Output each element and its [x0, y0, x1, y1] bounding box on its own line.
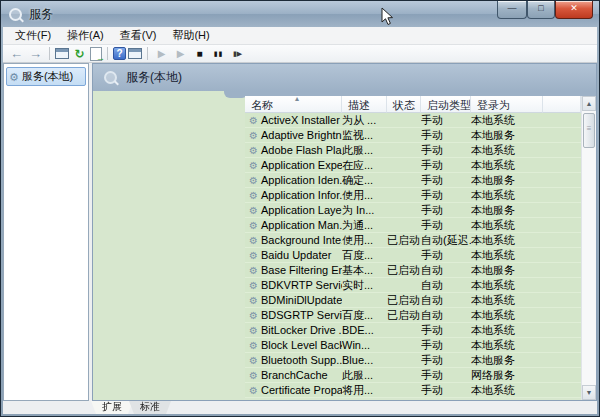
service-name: Background Inte... [261, 234, 342, 246]
table-row[interactable]: ⚙ Application Infor... 使用... 手动 本地系统 [245, 188, 581, 203]
tree-item-services-local[interactable]: ⚙ 服务(本地) [6, 67, 86, 86]
scroll-down-icon[interactable]: ▼ [582, 385, 596, 400]
service-description: 百度... [342, 248, 387, 263]
service-startup-type: 手动 [421, 383, 471, 398]
service-description: 使用... [342, 188, 387, 203]
scrollbar-thumb[interactable]: ≡ [583, 113, 595, 148]
services-node-icon: ⚙ [9, 72, 19, 82]
table-row[interactable]: ⚙ Background Inte... 使用... 已启动 自动(延迟... … [245, 233, 581, 248]
service-logon-as: 本地系统 [471, 323, 543, 338]
column-header-logon-as[interactable]: 登录为 [471, 96, 543, 113]
service-name: Application Iden... [261, 174, 342, 186]
service-logon-as: 本地系统 [471, 158, 543, 173]
table-row[interactable]: ⚙ Application Man... 为通... 手动 本地系统 [245, 218, 581, 233]
menu-view[interactable]: 查看(V) [112, 27, 165, 44]
table-row[interactable]: ⚙ BDKVRTP Service 实时... 自动 本地系统 [245, 278, 581, 293]
column-header-description[interactable]: 描述 [342, 96, 387, 113]
table-row[interactable]: ⚙ Bluetooth Supp... Blue... 手动 本地服务 [245, 353, 581, 368]
menu-bar: 文件(F) 操作(A) 查看(V) 帮助(H) [3, 27, 597, 45]
table-row[interactable]: ⚙ BDMiniDlUpdate 已启动 自动 本地系统 [245, 293, 581, 308]
tab-extended[interactable]: 扩展 [91, 401, 133, 414]
service-description: 将用... [342, 383, 387, 398]
service-description: 为 In... [342, 203, 387, 218]
vertical-scrollbar[interactable]: ▲ ≡ ▼ [581, 96, 596, 400]
panel-header-title: 服务(本地) [126, 69, 182, 86]
table-row[interactable]: ⚙ BDSGRTP Service 百度... 已启动 自动 本地系统 [245, 308, 581, 323]
column-header-status[interactable]: 状态 [387, 96, 421, 113]
service-gear-icon: ⚙ [249, 130, 258, 141]
refresh-icon[interactable]: ↻ [71, 46, 88, 61]
table-row[interactable]: ⚙ BitLocker Drive ... BDE... 手动 本地系统 [245, 323, 581, 338]
service-startup-type: 自动 [421, 293, 471, 308]
service-description: 此服... [342, 143, 387, 158]
table-row[interactable]: ⚙ Application Iden... 确定... 手动 本地服务 [245, 173, 581, 188]
maximize-button[interactable]: □ [527, 1, 555, 19]
table-row[interactable]: ⚙ Application Laye... 为 In... 手动 本地服务 [245, 203, 581, 218]
service-description: 使用... [342, 233, 387, 248]
stop-service-icon[interactable]: ■ [191, 46, 208, 61]
service-description: 监视... [342, 128, 387, 143]
service-logon-as: 本地系统 [471, 293, 543, 308]
service-description: 为从 ... [342, 113, 387, 128]
show-console-tree-icon[interactable] [55, 48, 69, 59]
service-gear-icon: ⚙ [249, 220, 258, 231]
service-name: BranchCache [261, 369, 328, 381]
service-logon-as: 本地系统 [471, 143, 543, 158]
table-row[interactable]: ⚙ Application Expe... 在应... 手动 本地系统 [245, 158, 581, 173]
minimize-button[interactable]: — [497, 1, 527, 19]
table-row[interactable]: ⚙ ActiveX Installer ... 为从 ... 手动 本地系统 [245, 113, 581, 128]
play-service-icon[interactable]: ▶ [172, 46, 189, 61]
menu-action[interactable]: 操作(A) [59, 27, 112, 44]
table-row[interactable]: ⚙ BranchCache 此服... 手动 网络服务 [245, 368, 581, 383]
service-rows: ⚙ ActiveX Installer ... 为从 ... 手动 本地系统 ⚙… [245, 113, 581, 400]
forward-icon[interactable]: → [27, 46, 44, 61]
service-gear-icon: ⚙ [249, 205, 258, 216]
column-header-startup-type[interactable]: 启动类型 [421, 96, 471, 113]
service-startup-type: 手动 [421, 158, 471, 173]
column-header-name[interactable]: 名称 ▴ [245, 96, 342, 113]
service-startup-type: 手动 [421, 368, 471, 383]
help-icon[interactable]: ? [113, 47, 126, 60]
service-name: Application Infor... [261, 189, 342, 201]
services-table: 名称 ▴ 描述 状态 启动类型 登录为 ⚙ ActiveX Installer … [245, 96, 596, 400]
service-gear-icon: ⚙ [249, 325, 258, 336]
table-row[interactable]: ⚙ Adaptive Brightn... 监视... 手动 本地服务 [245, 128, 581, 143]
services-app-icon [9, 8, 22, 21]
service-logon-as: 本地系统 [471, 233, 543, 248]
close-button[interactable]: ✕ [555, 1, 593, 19]
service-logon-as: 本地服务 [471, 353, 543, 368]
start-service-icon[interactable]: ▶ [153, 46, 170, 61]
service-name: BDKVRTP Service [261, 279, 342, 291]
service-logon-as: 本地系统 [471, 188, 543, 203]
title-bar[interactable]: 服务 — □ ✕ [1, 1, 599, 27]
service-status: 已启动 [387, 293, 421, 308]
service-startup-type: 手动 [421, 188, 471, 203]
service-gear-icon: ⚙ [249, 385, 258, 396]
menu-file[interactable]: 文件(F) [7, 27, 59, 44]
service-gear-icon: ⚙ [249, 145, 258, 156]
table-row[interactable]: ⚙ Baidu Updater 百度... 手动 本地系统 [245, 248, 581, 263]
table-row[interactable]: ⚙ Certificate Propa... 将用... 手动 本地系统 [245, 383, 581, 398]
back-icon[interactable]: ← [8, 46, 25, 61]
export-list-icon[interactable] [90, 47, 102, 61]
service-name: Application Expe... [261, 159, 342, 171]
toolbar-separator [107, 47, 108, 60]
service-startup-type: 手动 [421, 323, 471, 338]
restart-service-icon[interactable]: ▮▶ [229, 46, 246, 61]
table-row[interactable]: ⚙ Base Filtering En... 基本... 已启动 自动 本地服务 [245, 263, 581, 278]
service-startup-type: 自动(延迟... [421, 233, 471, 248]
table-row[interactable]: ⚙ Adobe Flash Pla... 此服... 手动 本地系统 [245, 143, 581, 158]
menu-help[interactable]: 帮助(H) [164, 27, 217, 44]
console-window-icon[interactable] [128, 48, 142, 59]
service-description: BDE... [342, 324, 387, 336]
service-logon-as: 本地系统 [471, 338, 543, 353]
tab-standard[interactable]: 标准 [129, 401, 171, 414]
view-tab-bar: 扩展 标准 [3, 401, 597, 414]
pause-service-icon[interactable]: ▮▮ [210, 46, 227, 61]
scroll-up-icon[interactable]: ▲ [582, 96, 596, 111]
service-gear-icon: ⚙ [249, 340, 258, 351]
service-logon-as: 本地系统 [471, 308, 543, 323]
service-logon-as: 本地系统 [471, 218, 543, 233]
service-startup-type: 手动 [421, 218, 471, 233]
table-row[interactable]: ⚙ Block Level Back... Win... 手动 本地系统 [245, 338, 581, 353]
